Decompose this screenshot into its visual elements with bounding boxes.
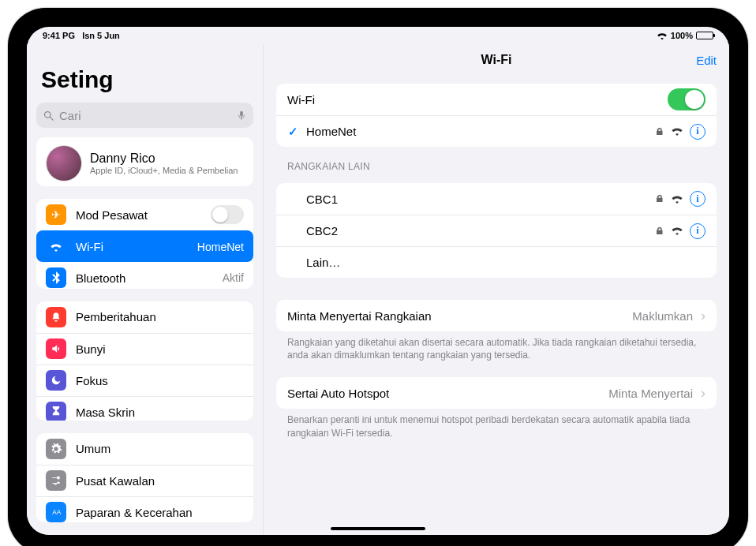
network-row[interactable]: CBC2 🔒︎ i xyxy=(276,215,717,246)
network-row[interactable]: CBC1 🔒︎ i xyxy=(276,183,717,215)
home-indicator xyxy=(331,527,425,530)
page-title: Wi-Fi xyxy=(481,53,512,67)
navbar: Wi-Fi Edit xyxy=(264,44,729,76)
airplane-toggle[interactable] xyxy=(211,205,244,224)
search-icon xyxy=(43,110,54,122)
speaker-icon xyxy=(46,338,66,359)
search-field[interactable] xyxy=(36,103,253,128)
chevron-right-icon: › xyxy=(701,308,705,324)
ask-to-join-section: Minta Menyertai Rangkaian Maklumkan › xyxy=(276,300,717,331)
sidebar-item-detail: HomeNet xyxy=(197,241,244,253)
dictation-icon[interactable] xyxy=(236,110,247,121)
edit-button[interactable]: Edit xyxy=(696,54,717,67)
info-button[interactable]: i xyxy=(690,223,705,239)
wifi-signal-icon xyxy=(671,125,683,138)
bluetooth-icon xyxy=(46,267,66,288)
sidebar-group-connectivity: ✈︎ Mod Pesawat Wi-Fi HomeNet xyxy=(36,199,253,288)
gear-icon xyxy=(46,439,66,459)
sidebar-group-general: Umum Pusat Kawalan AA Paparan & Keceraha… xyxy=(36,433,253,522)
airplane-icon: ✈︎ xyxy=(46,204,66,225)
sidebar-item-screentime[interactable]: Masa Skrin xyxy=(36,396,253,421)
sidebar-item-focus[interactable]: Fokus xyxy=(36,365,253,396)
status-date: Isn 5 Jun xyxy=(82,31,120,40)
status-left: 9:41 PG Isn 5 Jun xyxy=(43,31,120,40)
auto-hotspot-row[interactable]: Sertai Auto Hotspot Minta Menyertai › xyxy=(276,377,717,409)
sidebar-item-detail: Aktif xyxy=(223,271,244,284)
sidebar-item-notifications[interactable]: Pemberitahuan xyxy=(36,301,253,333)
svg-rect-2 xyxy=(240,111,243,117)
wifi-signal-icon xyxy=(671,224,683,237)
wifi-toggle-row: Wi-Fi xyxy=(276,84,717,115)
sliders-icon xyxy=(46,470,66,491)
brightness-icon: AA xyxy=(46,502,66,522)
other-network-label: Lain… xyxy=(306,256,705,269)
sidebar-item-label: Paparan & Kecerahan xyxy=(76,506,244,519)
auto-hotspot-section: Sertai Auto Hotspot Minta Menyertai › xyxy=(276,377,717,409)
wifi-signal-icon xyxy=(671,193,683,206)
sidebar-item-bluetooth[interactable]: Bluetooth Aktif xyxy=(36,262,253,288)
wifi-toggle-section: Wi-Fi ✓ HomeNet 🔒︎ i xyxy=(276,84,717,147)
sidebar-item-display[interactable]: AA Paparan & Kecerahan xyxy=(36,496,253,522)
sidebar-item-sound[interactable]: Bunyi xyxy=(36,333,253,365)
sidebar-item-label: Pusat Kawalan xyxy=(76,474,244,488)
ask-to-join-row[interactable]: Minta Menyertai Rangkaian Maklumkan › xyxy=(276,300,717,331)
wifi-toggle[interactable] xyxy=(668,88,705,110)
other-network-row[interactable]: Lain… xyxy=(276,246,717,278)
connected-network-name: HomeNet xyxy=(306,125,647,138)
sidebar-item-label: Masa Skrin xyxy=(76,406,244,419)
search-input[interactable] xyxy=(54,109,236,122)
status-time: 9:41 PG xyxy=(43,31,75,40)
sidebar-item-general[interactable]: Umum xyxy=(36,433,253,465)
chevron-right-icon: › xyxy=(701,385,705,402)
status-right: 100% xyxy=(657,31,713,40)
profile-subtitle: Apple ID, iCloud+, Media & Pembelian xyxy=(90,166,238,175)
auto-hotspot-label: Sertai Auto Hotspot xyxy=(287,387,601,400)
sidebar-title: Seting xyxy=(36,44,253,98)
wifi-toggle-label: Wi-Fi xyxy=(287,93,660,107)
connected-network-row[interactable]: ✓ HomeNet 🔒︎ i xyxy=(276,115,717,147)
auto-hotspot-footnote: Benarkan peranti ini untuk menemui hotsp… xyxy=(287,413,705,439)
sidebar-item-label: Fokus xyxy=(76,374,244,387)
profile-card[interactable]: Danny Rico Apple ID, iCloud+, Media & Pe… xyxy=(36,137,253,186)
svg-line-1 xyxy=(50,117,53,120)
sidebar-item-label: Umum xyxy=(76,442,244,455)
network-name: CBC2 xyxy=(306,224,647,237)
battery-icon xyxy=(696,32,713,39)
sidebar-item-label: Bunyi xyxy=(76,342,244,356)
info-button[interactable]: i xyxy=(690,124,705,140)
other-networks-header: RANGKAIAN LAIN xyxy=(287,161,705,172)
lock-icon: 🔒︎ xyxy=(655,193,664,204)
wifi-status-icon xyxy=(657,32,668,40)
status-bar: 9:41 PG Isn 5 Jun 100% xyxy=(27,27,729,44)
sidebar-item-label: Wi-Fi xyxy=(76,240,188,253)
device-frame: 9:41 PG Isn 5 Jun 100% Seting xyxy=(8,8,748,546)
sidebar-item-label: Pemberitahuan xyxy=(76,310,244,323)
ask-to-join-footnote: Rangkaian yang diketahui akan disertai s… xyxy=(287,336,705,361)
sidebar-item-control-center[interactable]: Pusat Kawalan xyxy=(36,465,253,496)
sidebar-item-wifi[interactable]: Wi-Fi HomeNet xyxy=(36,230,253,262)
sidebar-item-label: Bluetooth xyxy=(76,271,213,285)
other-networks-section: CBC1 🔒︎ i CBC2 🔒︎ i xyxy=(276,183,717,278)
ask-to-join-label: Minta Menyertai Rangkaian xyxy=(287,309,624,323)
svg-text:AA: AA xyxy=(52,509,61,516)
lock-icon: 🔒︎ xyxy=(655,226,664,237)
lock-icon: 🔒︎ xyxy=(655,126,664,137)
sidebar-group-notifications: Pemberitahuan Bunyi Fokus xyxy=(36,301,253,421)
svg-point-0 xyxy=(45,111,51,118)
checkmark-icon: ✓ xyxy=(287,125,298,139)
profile-name: Danny Rico xyxy=(90,151,238,166)
battery-percent: 100% xyxy=(671,31,693,40)
bell-icon xyxy=(46,307,66,327)
info-button[interactable]: i xyxy=(690,191,705,207)
avatar xyxy=(46,145,82,181)
ask-to-join-value: Maklumkan xyxy=(632,309,693,323)
wifi-icon xyxy=(46,237,66,257)
sidebar: Seting Danny Rico Apple ID, iCloud+, Med… xyxy=(27,44,264,535)
hourglass-icon xyxy=(46,402,66,421)
sidebar-item-airplane[interactable]: ✈︎ Mod Pesawat xyxy=(36,199,253,230)
moon-icon xyxy=(46,370,66,391)
sidebar-item-label: Mod Pesawat xyxy=(76,208,201,222)
network-name: CBC1 xyxy=(306,193,647,206)
content-pane: Wi-Fi Edit Wi-Fi ✓ HomeNet 🔒︎ i xyxy=(264,44,729,535)
auto-hotspot-value: Minta Menyertai xyxy=(608,387,693,400)
